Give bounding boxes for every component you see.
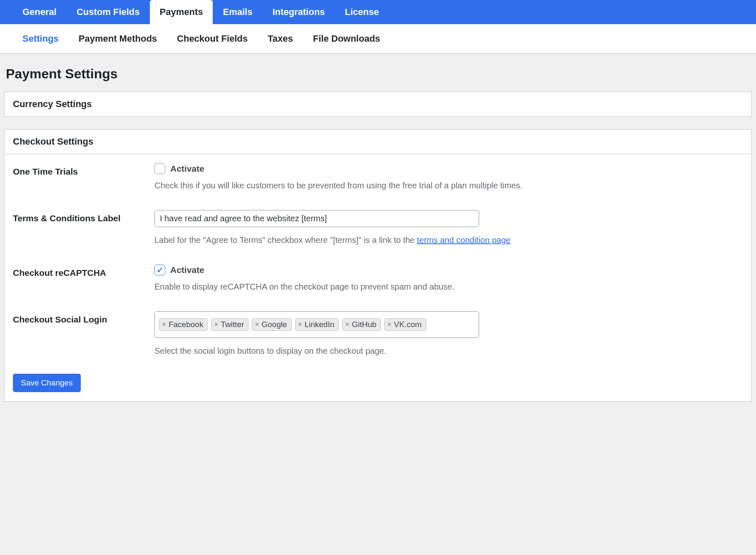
help-terms-label: Label for the "Agree to Terms" checkbox … [154,234,743,246]
help-social-login: Select the social login buttons to displ… [154,345,743,357]
tag-google: ×Google [252,318,291,331]
tag-label: Google [261,320,287,329]
currency-settings-header[interactable]: Currency Settings [5,92,751,116]
tag-label: VK.com [394,320,422,329]
tag-label: Facebook [169,320,203,329]
link-terms-page[interactable]: terms and condition page [417,235,511,245]
label-terms-conditions: Terms & Conditions Label [5,201,146,255]
primary-tabs: General Custom Fields Payments Emails In… [0,0,756,24]
tab-license[interactable]: License [335,0,389,24]
input-terms-label[interactable] [154,210,479,227]
subtab-settings[interactable]: Settings [12,24,69,53]
checkbox-recaptcha[interactable] [154,265,165,275]
label-social-login: Checkout Social Login [5,302,146,366]
remove-tag-icon[interactable]: × [214,320,219,329]
page-title: Payment Settings [6,66,752,82]
tab-general[interactable]: General [12,0,67,24]
tab-payments[interactable]: Payments [150,0,213,24]
tag-label: Twitter [221,320,244,329]
remove-tag-icon[interactable]: × [255,320,260,329]
checkbox-one-time-trials[interactable] [154,163,165,174]
save-changes-button[interactable]: Save Changes [13,374,81,392]
subtab-payment-methods[interactable]: Payment Methods [69,24,167,53]
content-area: Payment Settings Currency Settings Check… [0,54,756,418]
secondary-tabs: Settings Payment Methods Checkout Fields… [0,24,756,54]
help-recaptcha: Enable to display reCAPTCHA on the check… [154,280,743,293]
subtab-taxes[interactable]: Taxes [258,24,303,53]
row-social-login: Checkout Social Login ×Facebook ×Twitter… [5,302,751,366]
currency-settings-panel: Currency Settings [4,92,752,117]
tag-github: ×GitHub [342,318,381,331]
tag-label: GitHub [352,320,376,329]
tag-linkedin: ×LinkedIn [295,318,339,331]
subtab-file-downloads[interactable]: File Downloads [303,24,390,53]
tag-vkcom: ×VK.com [384,318,426,331]
checkout-settings-header[interactable]: Checkout Settings [5,130,751,154]
tab-integrations[interactable]: Integrations [262,0,335,24]
input-social-login[interactable]: ×Facebook ×Twitter ×Google ×LinkedIn ×Gi… [154,311,479,338]
help-terms-prefix: Label for the "Agree to Terms" checkbox … [154,235,417,245]
remove-tag-icon[interactable]: × [387,320,392,329]
tag-facebook: ×Facebook [159,318,208,331]
label-recaptcha: Checkout reCAPTCHA [5,255,146,302]
checkbox-label-recaptcha: Activate [170,265,204,275]
tag-twitter: ×Twitter [211,318,249,331]
tab-emails[interactable]: Emails [213,0,262,24]
help-one-time-trials: Check this if you will like customers to… [154,179,743,192]
remove-tag-icon[interactable]: × [298,320,303,329]
label-one-time-trials: One Time Trials [5,154,146,201]
remove-tag-icon[interactable]: × [162,320,167,329]
checkout-settings-panel: Checkout Settings One Time Trials Activa… [4,129,752,402]
checkout-settings-table: One Time Trials Activate Check this if y… [5,154,751,366]
remove-tag-icon[interactable]: × [345,320,350,329]
row-recaptcha: Checkout reCAPTCHA Activate Enable to di… [5,255,751,302]
save-row: Save Changes [5,366,751,401]
subtab-checkout-fields[interactable]: Checkout Fields [167,24,258,53]
tag-label: LinkedIn [304,320,334,329]
checkbox-label-one-time-trials: Activate [170,164,204,174]
tab-custom-fields[interactable]: Custom Fields [67,0,150,24]
row-terms-label: Terms & Conditions Label Label for the "… [5,201,751,255]
row-one-time-trials: One Time Trials Activate Check this if y… [5,154,751,201]
